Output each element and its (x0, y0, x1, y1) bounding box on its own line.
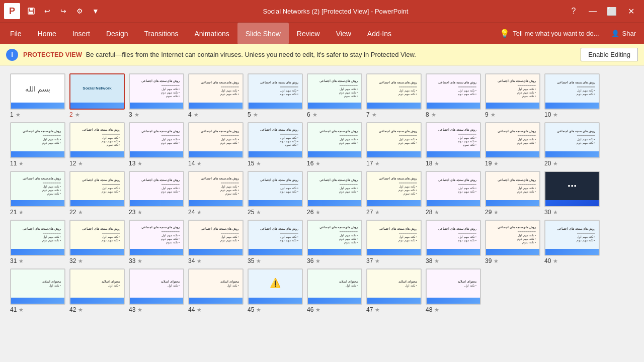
star-icon[interactable]: ★ (375, 209, 380, 216)
slide-thumbnail[interactable]: روش های سنجه های اجتماعی ━━━━━━━━━ • نکت… (307, 122, 362, 158)
slide-item[interactable]: روش های سنجه های اجتماعی ━━━━━━━━━ • نکت… (366, 73, 422, 118)
star-icon[interactable]: ★ (197, 209, 202, 216)
star-icon[interactable]: ★ (312, 112, 317, 118)
slide-item[interactable]: روش های سنجه های اجتماعی ━━━━━━━━━ • نکت… (69, 220, 125, 264)
slide-thumbnail[interactable]: محتوای اسلاید • نکته اول (366, 268, 422, 305)
star-icon[interactable]: ★ (197, 307, 202, 313)
star-icon[interactable]: ★ (78, 258, 83, 264)
slide-thumbnail[interactable]: محتوای اسلاید • نکته اول (188, 268, 244, 305)
slide-thumbnail[interactable]: روش های سنجه های اجتماعی ━━━━━━━━━ • نکت… (188, 220, 244, 256)
tell-me-field[interactable]: 💡 Tell me what you want to do... (494, 23, 605, 44)
slide-thumbnail[interactable]: روش های سنجه های اجتماعی ━━━━━━━━━ • نکت… (544, 73, 600, 110)
slide-thumbnail[interactable]: روش های سنجه های اجتماعی ━━━━━━━━━ • نکت… (248, 171, 303, 207)
slide-thumbnail[interactable]: روش های سنجه های اجتماعی ━━━━━━━━━ • نکت… (366, 73, 422, 110)
slide-item[interactable]: ■ ■ ■30★ (544, 171, 600, 216)
slide-item[interactable]: روش های سنجه های اجتماعی ━━━━━━━━━ • نکت… (544, 73, 600, 118)
star-icon[interactable]: ★ (434, 209, 439, 216)
star-icon[interactable]: ★ (137, 307, 142, 313)
slide-thumbnail[interactable]: روش های سنجه های اجتماعی ━━━━━━━━━ • نکت… (248, 73, 303, 110)
slide-item[interactable]: روش های سنجه های اجتماعی ━━━━━━━━━ • نکت… (188, 73, 244, 118)
star-icon[interactable]: ★ (256, 307, 261, 313)
slide-thumbnail[interactable]: روش های سنجه های اجتماعی ━━━━━━━━━ • نکت… (426, 122, 481, 158)
menu-animations[interactable]: Animations (186, 23, 237, 44)
slide-item[interactable]: روش های سنجه های اجتماعی ━━━━━━━━━ • نکت… (69, 171, 125, 216)
star-icon[interactable]: ★ (19, 307, 24, 313)
customize-button[interactable]: ⚙ (72, 4, 87, 18)
slide-thumbnail[interactable]: روش های سنجه های اجتماعی ━━━━━━━━━ • نکت… (426, 73, 481, 110)
star-icon[interactable]: ★ (256, 209, 261, 216)
star-icon[interactable]: ★ (491, 112, 496, 118)
star-icon[interactable]: ★ (375, 307, 380, 313)
undo-button[interactable]: ↩ (40, 4, 54, 18)
redo-button[interactable]: ↪ (56, 4, 70, 18)
menu-insert[interactable]: Insert (64, 23, 98, 44)
slide-thumbnail[interactable]: روش های سنجه های اجتماعی ━━━━━━━━━ • نکت… (307, 171, 362, 207)
slide-thumbnail[interactable]: روش های سنجه های اجتماعی ━━━━━━━━━ • نکت… (544, 122, 600, 158)
slide-thumbnail[interactable]: روش های سنجه های اجتماعی ━━━━━━━━━ • نکت… (366, 171, 422, 207)
star-icon[interactable]: ★ (375, 160, 380, 167)
slide-item[interactable]: روش های سنجه های اجتماعی ━━━━━━━━━ • نکت… (366, 220, 422, 264)
slide-item[interactable]: روش های سنجه های اجتماعی ━━━━━━━━━ • نکت… (129, 171, 184, 216)
star-icon[interactable]: ★ (19, 160, 24, 167)
slide-item[interactable]: محتوای اسلاید • نکته اول 48★ (426, 268, 481, 313)
star-icon[interactable]: ★ (78, 209, 83, 216)
slide-thumbnail[interactable]: روش های سنجه های اجتماعی ━━━━━━━━━ • نکت… (426, 220, 481, 256)
slide-item[interactable]: روش های سنجه های اجتماعی ━━━━━━━━━ • نکت… (10, 171, 65, 216)
slide-item[interactable]: روش های سنجه های اجتماعی ━━━━━━━━━ • نکت… (248, 220, 303, 264)
slide-item[interactable]: روش های سنجه های اجتماعی ━━━━━━━━━ • نکت… (366, 122, 422, 167)
star-icon[interactable]: ★ (19, 209, 24, 216)
menu-design[interactable]: Design (98, 23, 136, 44)
star-icon[interactable]: ★ (134, 112, 139, 118)
slide-item[interactable]: روش های سنجه های اجتماعی ━━━━━━━━━ • نکت… (426, 220, 481, 264)
slide-item[interactable]: روش های سنجه های اجتماعی ━━━━━━━━━ • نکت… (544, 220, 600, 264)
slide-thumbnail[interactable]: روش های سنجه های اجتماعی ━━━━━━━━━ • نکت… (69, 122, 125, 158)
star-icon[interactable]: ★ (494, 160, 499, 167)
star-icon[interactable]: ★ (553, 112, 558, 118)
star-icon[interactable]: ★ (256, 160, 261, 167)
slide-thumbnail[interactable]: Social Network (69, 73, 125, 110)
menu-transitions[interactable]: Transitions (136, 23, 187, 44)
menu-file[interactable]: File (2, 23, 30, 44)
slide-item[interactable]: روش های سنجه های اجتماعی ━━━━━━━━━ • نکت… (307, 171, 362, 216)
star-icon[interactable]: ★ (553, 258, 558, 264)
slide-item[interactable]: روش های سنجه های اجتماعی ━━━━━━━━━ • نکت… (188, 171, 244, 216)
share-button[interactable]: 👤 Shar (605, 23, 642, 44)
slide-thumbnail[interactable]: محتوای اسلاید • نکته اول (10, 268, 65, 305)
star-icon[interactable]: ★ (494, 209, 499, 216)
slide-thumbnail[interactable]: روش های سنجه های اجتماعی ━━━━━━━━━ • نکت… (10, 220, 65, 256)
slide-item[interactable]: روش های سنجه های اجتماعی ━━━━━━━━━ • نکت… (544, 122, 600, 167)
slide-item[interactable]: بسم الله1★ (10, 73, 65, 118)
slide-item[interactable]: محتوای اسلاید • نکته اول 44★ (188, 268, 244, 313)
slide-thumbnail[interactable]: روش های سنجه های اجتماعی ━━━━━━━━━ • نکت… (188, 122, 244, 158)
slide-item[interactable]: روش های سنجه های اجتماعی ━━━━━━━━━ • نکت… (307, 73, 362, 118)
slide-thumbnail[interactable]: روش های سنجه های اجتماعی ━━━━━━━━━ • نکت… (485, 171, 540, 207)
help-button[interactable]: ? (565, 2, 583, 20)
slide-thumbnail[interactable]: محتوای اسلاید • نکته اول (307, 268, 362, 305)
slide-item[interactable]: محتوای اسلاید • نکته اول 43★ (129, 268, 184, 313)
slide-thumbnail[interactable]: روش های سنجه های اجتماعی ━━━━━━━━━ • نکت… (426, 171, 481, 207)
slide-item[interactable]: روش های سنجه های اجتماعی ━━━━━━━━━ • نکت… (248, 171, 303, 216)
star-icon[interactable]: ★ (16, 112, 21, 118)
slide-item[interactable]: محتوای اسلاید • نکته اول 41★ (10, 268, 65, 313)
slide-item[interactable]: محتوای اسلاید • نکته اول 46★ (307, 268, 362, 313)
star-icon[interactable]: ★ (375, 258, 380, 264)
slide-item[interactable]: ⚠️45★ (248, 268, 303, 313)
slide-thumbnail[interactable]: روش های سنجه های اجتماعی ━━━━━━━━━ • نکت… (248, 220, 303, 256)
slide-thumbnail[interactable]: روش های سنجه های اجتماعی ━━━━━━━━━ • نکت… (248, 122, 303, 158)
close-button[interactable]: ✕ (622, 2, 640, 20)
slide-thumbnail[interactable]: بسم الله (10, 73, 65, 110)
slide-thumbnail[interactable]: ⚠️ (248, 268, 303, 305)
star-icon[interactable]: ★ (315, 160, 320, 167)
star-icon[interactable]: ★ (372, 112, 377, 118)
star-icon[interactable]: ★ (494, 258, 499, 264)
slide-thumbnail[interactable]: روش های سنجه های اجتماعی ━━━━━━━━━ • نکت… (366, 122, 422, 158)
star-icon[interactable]: ★ (137, 258, 142, 264)
slide-thumbnail[interactable]: روش های سنجه های اجتماعی ━━━━━━━━━ • نکت… (69, 220, 125, 256)
slide-thumbnail[interactable]: روش های سنجه های اجتماعی ━━━━━━━━━ • نکت… (129, 73, 184, 110)
slide-thumbnail[interactable]: روش های سنجه های اجتماعی ━━━━━━━━━ • نکت… (188, 171, 244, 207)
star-icon[interactable]: ★ (253, 112, 258, 118)
slide-thumbnail[interactable]: روش های سنجه های اجتماعی ━━━━━━━━━ • نکت… (69, 171, 125, 207)
slide-item[interactable]: Social Network 2★ (69, 73, 125, 118)
star-icon[interactable]: ★ (194, 112, 199, 118)
menu-addins[interactable]: Add-Ins (359, 23, 399, 44)
